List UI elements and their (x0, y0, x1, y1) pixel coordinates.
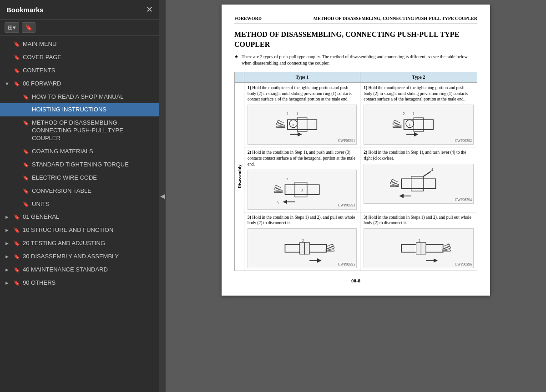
step-text-col1-1: 1) Hold the mouthpiece of the tightening… (248, 85, 357, 102)
nav-label: 01 GENERAL (23, 213, 153, 221)
nav-label: METHOD OF DISASSEMBLING, CONNECTING PUSH… (32, 119, 153, 142)
sidebar-item-electric-wire[interactable]: ►🔖ELECTRIC WIRE CODE (0, 171, 159, 185)
nav-label: CONTENTS (23, 67, 153, 75)
sidebar-item-10-structure[interactable]: ►🔖10 STRUCTURE AND FUNCTION (0, 224, 159, 237)
page-header: FOREWORD METHOD OF DISASSEMBLING, CONNEC… (234, 15, 477, 24)
sidebar-item-contents[interactable]: ►🔖CONTENTS (0, 64, 159, 77)
bookmark-icon: 🔖 (23, 120, 29, 126)
bookmark-icon: 🔖 (14, 266, 20, 273)
diagram-code-col1-2: CWP08393 (338, 203, 355, 208)
svg-rect-7 (404, 120, 434, 130)
step-col1-1: 1) Hold the mouthpiece of the tightening… (244, 82, 360, 147)
coupler-table: Type 1 Type 2 Disassembly 1) Hold the mo… (234, 72, 477, 271)
svg-text:a: a (409, 122, 411, 126)
main-content: FOREWORD METHOD OF DISASSEMBLING, CONNEC… (166, 0, 546, 392)
bookmark-icon: 🔖 (23, 94, 29, 100)
sidebar-item-30-disassembly[interactable]: ►🔖30 DISASSEMBLY AND ASSEMBLY (0, 250, 159, 263)
svg-text:4: 4 (431, 168, 433, 172)
bookmark-icon: 🔖 (14, 227, 20, 233)
bookmark-icon: 🔖 (14, 67, 20, 74)
page-number: 00-8 (351, 278, 360, 283)
collapse-handle[interactable]: ◀ (159, 0, 166, 392)
sidebar-item-main-menu[interactable]: ►🔖MAIN MENU (0, 38, 159, 51)
expand-icon: ► (5, 240, 11, 246)
nav-label: 20 TESTING AND ADJUSTING (23, 240, 153, 247)
nav-label: STANDARD TIGHTENING TORQUE (32, 161, 153, 169)
expand-icon: ► (5, 253, 11, 260)
nav-label: 30 DISASSEMBLY AND ASSEMBLY (23, 253, 153, 261)
sidebar-item-coating-materials[interactable]: ►🔖COATING MATERIALS (0, 145, 159, 158)
bookmark-icon: 🔖 (14, 80, 20, 87)
svg-text:a: a (287, 176, 288, 181)
expand-icon: ► (5, 280, 11, 286)
nav-label: 10 STRUCTURE AND FUNCTION (23, 226, 153, 234)
nav-label: HOW TO READ A SHOP MANUAL (32, 93, 153, 101)
nav-label: HOISTING INSTRUCTIONS (32, 106, 153, 114)
bookmark-tool-button[interactable]: 🔖 (22, 22, 35, 33)
bookmark-icon: 🔖 (23, 201, 29, 207)
sidebar-item-90-others[interactable]: ►🔖90 OTHERS (0, 276, 159, 290)
sidebar-item-method-disassembling[interactable]: ►🔖METHOD OF DISASSEMBLING, CONNECTING PU… (0, 116, 159, 145)
col1-header: Type 1 (244, 72, 360, 82)
table-body: Disassembly 1) Hold the mouthpiece of th… (235, 82, 477, 271)
bookmark-icon: 🔖 (14, 253, 20, 260)
sidebar-item-conversion-table[interactable]: ►🔖CONVERSION TABLE (0, 185, 159, 198)
expand-icon: ▼ (5, 80, 11, 87)
nav-label: COATING MATERIALS (32, 148, 153, 156)
svg-line-23 (424, 171, 431, 176)
diagram-code-col2-1: CWP08392 (455, 138, 472, 143)
layout-button[interactable]: ⊞▾ (5, 22, 19, 33)
diagram-col1-2: 3 a 3 CWP08393 (248, 170, 357, 210)
sidebar-item-40-maintenance[interactable]: ►🔖40 MAINTENANCE STANDARD (0, 263, 159, 276)
sidebar-title: Bookmarks (6, 6, 44, 14)
page-header-left: FOREWORD (234, 15, 262, 22)
bookmark-icon: 🔖 (14, 240, 20, 246)
sidebar-item-standard-tightening[interactable]: ►🔖STANDARD TIGHTENING TORQUE (0, 158, 159, 171)
nav-label: 40 MAINTENANCE STANDARD (23, 266, 153, 274)
sidebar-nav-list: ►🔖MAIN MENU►🔖COVER PAGE►🔖CONTENTS▼🔖00 FO… (0, 36, 159, 392)
sidebar-item-20-testing[interactable]: ►🔖20 TESTING AND ADJUSTING (0, 237, 159, 250)
bookmark-icon: 🔖 (14, 280, 20, 286)
expand-icon: ► (5, 214, 11, 220)
svg-rect-35 (416, 242, 421, 254)
sidebar-toolbar: ⊞▾ 🔖 (0, 20, 159, 36)
sidebar-item-units[interactable]: ►🔖UNITS (0, 198, 159, 211)
svg-rect-0 (288, 120, 317, 130)
bookmark-icon: 🔖 (23, 188, 29, 194)
page-footer: 00-8 (234, 277, 477, 284)
diagram-code-col1-3: CWP08395 (338, 262, 355, 267)
intro-star: ★ (234, 54, 239, 66)
svg-text:1: 1 (413, 112, 415, 116)
svg-text:a: a (293, 122, 294, 126)
sidebar-header: Bookmarks ✕ (0, 0, 159, 20)
diagram-code-col2-3: CWP08396 (455, 262, 472, 267)
step-col1-2: 2) Hold in the condition in Step 1), and… (244, 147, 360, 212)
nav-label: UNITS (32, 201, 153, 208)
diagram-col2-2: 4 CWP08394 (364, 164, 474, 204)
step-text-col2-2: 2) Hold in the condition in Step 1), and… (364, 150, 474, 161)
step-col2-3: 3) Hold in the condition in Steps 1) and… (360, 212, 477, 271)
sidebar: Bookmarks ✕ ⊞▾ 🔖 ►🔖MAIN MENU►🔖COVER PAGE… (0, 0, 159, 392)
sidebar-item-cover-page[interactable]: ►🔖COVER PAGE (0, 51, 159, 64)
sidebar-item-how-to-read[interactable]: ►🔖HOW TO READ A SHOP MANUAL (0, 90, 159, 104)
page-main-title: METHOD OF DISASSEMBLING, CONNECTING PUSH… (234, 30, 477, 50)
svg-rect-21 (401, 179, 435, 189)
step-col1-3: 3) Hold in the condition in Steps 1) and… (244, 212, 360, 271)
bookmark-icon: 🔖 (23, 148, 29, 155)
svg-text:3: 3 (277, 201, 278, 205)
sidebar-item-hoisting[interactable]: ►🔖HOISTING INSTRUCTIONS (0, 103, 159, 116)
svg-text:2: 2 (302, 239, 304, 243)
expand-icon: ► (5, 266, 11, 273)
row-label-header (235, 72, 244, 82)
disassembly-label: Disassembly (235, 82, 244, 271)
step-col2-1: 1) Hold the mouthpiece of the tightening… (360, 82, 477, 147)
sidebar-close-button[interactable]: ✕ (146, 5, 153, 15)
bookmark-icon: 🔖 (23, 175, 29, 181)
sidebar-item-00-forward[interactable]: ▼🔖00 FORWARD (0, 77, 159, 90)
table-row-1: Disassembly 1) Hold the mouthpiece of th… (235, 82, 477, 147)
bookmark-icon: 🔖 (14, 214, 20, 220)
sidebar-item-01-general[interactable]: ►🔖01 GENERAL (0, 211, 159, 224)
col2-header: Type 2 (360, 72, 477, 82)
bookmark-icon: 🔖 (14, 41, 20, 47)
diagram-col1-3: 2 CWP08395 (248, 228, 357, 268)
